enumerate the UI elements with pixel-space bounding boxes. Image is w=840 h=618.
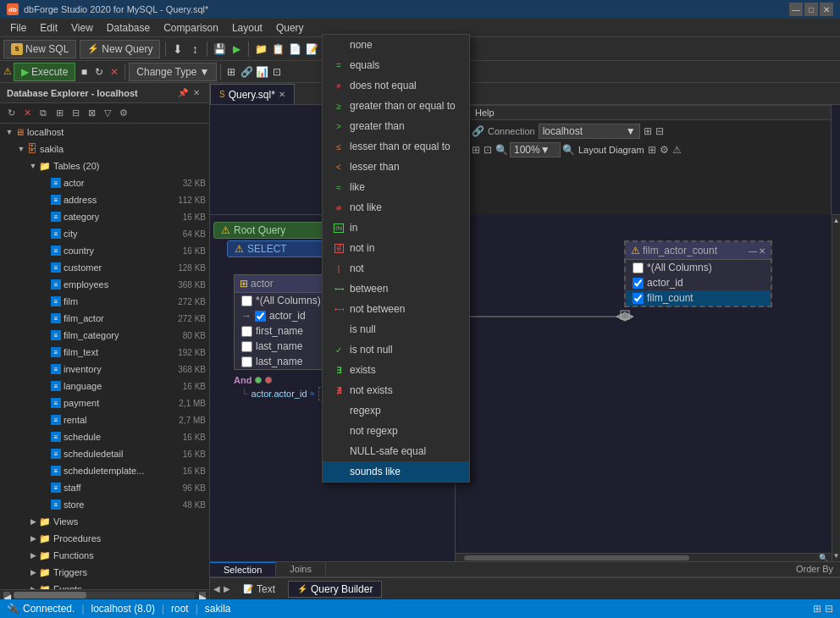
dropdown-item-not-between[interactable]: ⟻ not between (323, 299, 469, 319)
actor-col-lastname1-checkbox[interactable] (241, 341, 252, 352)
order-by-label[interactable]: Order By (789, 562, 840, 577)
conn-icon-2[interactable]: ⊟ (655, 125, 664, 137)
panel-pin-button[interactable]: 📌 (177, 87, 189, 99)
canvas-h-scrollbar[interactable]: 🔍 (456, 553, 832, 561)
status-icon-2[interactable]: ⊟ (825, 603, 833, 615)
menu-view[interactable]: View (64, 20, 100, 36)
layout-icon-1[interactable]: ⊞ (648, 144, 656, 156)
dropdown-item-does-not-equal[interactable]: ≠ does not equal (323, 75, 469, 96)
box-minimize-icon[interactable]: — (749, 246, 757, 256)
toolbar-icon-1[interactable]: ⬇ (171, 42, 185, 56)
tree-item-staff[interactable]: ▶ ≡ staff 96 KB (0, 479, 209, 496)
menu-comparison[interactable]: Comparison (157, 20, 225, 36)
help-icon-2[interactable]: ⊡ (484, 144, 492, 156)
status-icon-1[interactable]: ⊞ (813, 603, 821, 615)
tree-item-language[interactable]: ▶ ≡ language 16 KB (0, 378, 209, 395)
tree-filter2-button[interactable]: ⊟ (68, 106, 83, 121)
tree-refresh-button[interactable]: ↻ (3, 106, 19, 121)
layout-icon-3[interactable]: ⚠ (672, 144, 682, 156)
tree-item-views[interactable]: ▶ 📁 Views (0, 513, 209, 530)
dropdown-item-between[interactable]: ⟷ between (323, 279, 469, 299)
dropdown-item-not-exists[interactable]: ∄ not exists (323, 380, 469, 400)
toolbar-icon-6[interactable]: 📋 (271, 42, 285, 56)
film-actor-col-count[interactable]: film_count (626, 290, 771, 306)
toolbar-icon-8[interactable]: 📝 (305, 42, 318, 56)
tree-item-functions[interactable]: ▶ 📁 Functions (0, 547, 209, 564)
execute-button[interactable]: ▶ Execute (14, 63, 75, 81)
film-actor-col-id-checkbox[interactable] (633, 278, 644, 289)
h-scrollbar[interactable]: ◀ ▶ (0, 589, 209, 599)
dropdown-item-not-like[interactable]: ≉ not like (323, 197, 469, 218)
tree-filter-button[interactable]: ⊞ (52, 106, 67, 121)
new-query-button[interactable]: ⚡ New Query (80, 40, 160, 58)
toolbar-icon-3[interactable]: 💾 (213, 42, 226, 56)
help-icon-1[interactable]: ⊞ (472, 144, 480, 156)
menu-database[interactable]: Database (100, 20, 157, 36)
panel-close-button[interactable]: ✕ (191, 87, 202, 99)
actor-col-firstname-checkbox[interactable] (241, 326, 252, 337)
stop-icon[interactable]: ■ (77, 65, 91, 79)
new-sql-button[interactable]: S New SQL (3, 40, 76, 58)
connection-dropdown[interactable]: localhost ▼ (539, 124, 640, 139)
zoom-dropdown[interactable]: 100% ▼ (510, 142, 561, 157)
tree-item-rental[interactable]: ▶ ≡ rental 2,7 MB (0, 411, 209, 428)
toolbar-icon-10[interactable]: 🔗 (240, 65, 253, 79)
actor-col-firstname[interactable]: first_name (235, 323, 334, 339)
zoom-out-icon[interactable]: 🔍 (495, 144, 508, 156)
layout-icon-2[interactable]: ⚙ (660, 144, 669, 156)
tree-item-employees[interactable]: ▶ ≡ employees 368 KB (0, 276, 209, 293)
toolbar-icon-9[interactable]: ⊞ (224, 65, 238, 79)
h-scroll-left[interactable]: ◀ (3, 592, 10, 599)
canvas-search-icon[interactable]: 🔍 (819, 554, 828, 562)
toolbar-icon-5[interactable]: 📁 (254, 42, 268, 56)
tree-item-actor[interactable]: ▶ ≡ actor 32 KB (0, 174, 209, 191)
tree-item-store[interactable]: ▶ ≡ store 48 KB (0, 496, 209, 513)
tree-item-film-category[interactable]: ▶ ≡ film_category 80 KB (0, 327, 209, 344)
tree-item-schedule[interactable]: ▶ ≡ schedule 16 KB (0, 428, 209, 445)
v-scroll-up[interactable]: ▲ (833, 217, 840, 224)
tree-item-tables-folder[interactable]: ▼ 📁 Tables (20) (0, 157, 209, 174)
canvas-v-scrollbar[interactable]: ▲ ▼ (832, 215, 840, 561)
refresh-icon[interactable]: ↻ (92, 65, 106, 79)
tree-item-film-text[interactable]: ▶ ≡ film_text 192 KB (0, 344, 209, 361)
dropdown-item-is-null[interactable]: is null (323, 319, 469, 339)
tree-filter3-button[interactable]: ⊠ (84, 106, 99, 121)
dropdown-item-not-regexp[interactable]: not regexp (323, 421, 469, 441)
film-actor-col-all[interactable]: *(All Columns) (626, 260, 771, 275)
dropdown-item-gt[interactable]: > greater than (323, 116, 469, 136)
v-scroll-down[interactable]: ▼ (833, 552, 840, 560)
h-scroll-right[interactable]: ▶ (199, 592, 206, 599)
close-button[interactable]: ✕ (820, 3, 833, 16)
tree-delete-button[interactable]: ✕ (19, 106, 35, 121)
dropdown-item-not-in[interactable]: ∉ not in (323, 238, 469, 258)
window-controls[interactable]: — □ ✕ (789, 3, 833, 16)
actor-col-lastname1[interactable]: last_name (235, 339, 334, 354)
tree-item-inventory[interactable]: ▶ ≡ inventory 368 KB (0, 361, 209, 378)
tree-item-payment[interactable]: ▶ ≡ payment 2,1 MB (0, 395, 209, 411)
tree-item-localhost[interactable]: ▼ 🖥 localhost (0, 124, 209, 141)
dropdown-item-lt[interactable]: < lesser than (323, 157, 469, 177)
tree-item-country[interactable]: ▶ ≡ country 16 KB (0, 242, 209, 259)
dropdown-item-is-not-null[interactable]: ✓ is not null (323, 339, 469, 360)
actor-col-lastname2[interactable]: last_name (235, 354, 334, 369)
tree-item-film-actor[interactable]: ▶ ≡ film_actor 272 KB (0, 310, 209, 327)
tree-settings-button[interactable]: ⚙ (116, 106, 131, 121)
toolbar-icon-4[interactable]: ▶ (229, 42, 243, 56)
tree-item-triggers[interactable]: ▶ 📁 Triggers (0, 564, 209, 581)
toolbar-icon-2[interactable]: ↕ (188, 42, 202, 56)
film-actor-col-count-checkbox[interactable] (633, 293, 644, 304)
menu-query[interactable]: Query (269, 20, 311, 36)
dropdown-item-like[interactable]: ≈ like (323, 177, 469, 197)
tab-query-sql[interactable]: S Query.sql* ✕ (210, 84, 295, 104)
cancel-icon[interactable]: ✕ (108, 65, 121, 79)
tree-view[interactable]: ▼ 🖥 localhost ▼ 🗄 sakila ▼ 📁 Tables (20)… (0, 124, 209, 589)
tab-text[interactable]: 📝 Text (234, 581, 285, 598)
menu-file[interactable]: File (3, 20, 33, 36)
menu-edit[interactable]: Edit (33, 20, 64, 36)
tree-item-scheduletemplate[interactable]: ▶ ≡ scheduletemplate... 16 KB (0, 462, 209, 479)
actor-col-lastname2-checkbox[interactable] (241, 356, 252, 367)
tab-joins[interactable]: Joins (276, 562, 326, 577)
film-actor-col-id[interactable]: actor_id (626, 275, 771, 290)
conn-icon-1[interactable]: ⊞ (644, 125, 652, 137)
tree-item-customer[interactable]: ▶ ≡ customer 128 KB (0, 259, 209, 276)
